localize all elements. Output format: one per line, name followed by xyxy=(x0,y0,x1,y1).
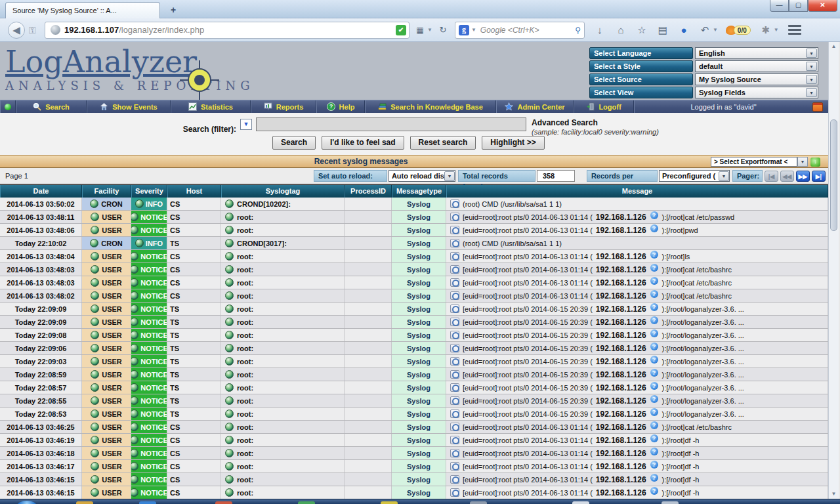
cell-message[interactable]: [euid=root]:root pts/0 2014-06-15 20:39 … xyxy=(446,316,828,328)
menu-help[interactable]: ? Help xyxy=(316,100,365,113)
magnifier-doc-icon[interactable] xyxy=(450,239,459,247)
magnifier-doc-icon[interactable] xyxy=(450,265,459,274)
magnifier-doc-icon[interactable] xyxy=(450,331,459,339)
filter-dropdown-button[interactable]: ▼ xyxy=(240,119,252,130)
feel-sad-button[interactable]: I'd like to feel sad xyxy=(322,136,404,150)
magnifier-doc-icon[interactable] xyxy=(450,449,459,457)
ip-info-icon[interactable]: ? xyxy=(650,303,658,311)
menu-statistics[interactable]: Statistics xyxy=(171,100,251,113)
menu-knowledge-base[interactable]: Search in Knowledge Base xyxy=(365,100,496,113)
pager-first-button[interactable]: |◀ xyxy=(765,171,778,182)
cell-message[interactable]: [euid=root]:root pts/0 2014-06-15 20:39 … xyxy=(446,303,828,315)
back-button[interactable]: ◀ xyxy=(8,22,25,39)
menu-hamburger-icon[interactable] xyxy=(788,23,801,37)
source-select[interactable]: My Syslog Source▼ xyxy=(695,74,818,85)
export-format-select[interactable]: > Select Exportformat < xyxy=(711,157,797,167)
table-row[interactable]: 2014-06-13 03:46:15 USER NOTICE CS root:… xyxy=(0,473,828,486)
orb-addon-icon[interactable]: ● xyxy=(678,24,690,35)
pager-last-button[interactable]: ▶| xyxy=(812,171,826,182)
cell-message[interactable]: [euid=root]:root pts/0 2014-06-13 01:14 … xyxy=(446,224,828,236)
security-shield-icon[interactable]: ✔ xyxy=(396,25,406,35)
table-row[interactable]: Today 22:08:53 USER NOTICE TS root: Sysl… xyxy=(0,408,828,421)
ip-info-icon[interactable]: ? xyxy=(650,251,658,259)
ip-info-icon[interactable]: ? xyxy=(650,395,658,403)
cell-message[interactable]: (root) CMD (/usr/lib/sa/sa1 1 1)? xyxy=(446,198,828,210)
magnifier-doc-icon[interactable] xyxy=(450,304,459,313)
scrollbar-thumb[interactable] xyxy=(830,119,837,231)
start-orb[interactable] xyxy=(17,501,37,504)
magnifier-doc-icon[interactable] xyxy=(450,357,459,366)
clipboard-icon[interactable]: ▤ xyxy=(657,24,669,36)
table-row[interactable]: 2014-06-13 03:46:19 USER NOTICE CS root:… xyxy=(0,434,828,447)
table-row[interactable]: 2014-06-13 03:46:25 USER NOTICE CS root:… xyxy=(0,421,828,434)
taskbar-icon[interactable] xyxy=(298,501,315,504)
cell-message[interactable]: [euid=root]:root pts/0 2014-06-15 20:39 … xyxy=(446,381,828,394)
browser-tab[interactable]: Source 'My Syslog Source' :: A... xyxy=(5,2,160,18)
ip-info-icon[interactable]: ? xyxy=(650,408,658,416)
search-filter-input[interactable] xyxy=(256,117,526,131)
table-row[interactable]: 2014-06-13 03:48:11 USER NOTICE CS root:… xyxy=(0,211,828,224)
magnifier-doc-icon[interactable] xyxy=(450,278,459,287)
records-per-page-select[interactable]: Preconfigured (▼ xyxy=(659,170,730,182)
ip-info-icon[interactable]: ? xyxy=(650,474,658,482)
ip-info-icon[interactable]: ? xyxy=(650,211,658,219)
magnifier-doc-icon[interactable] xyxy=(450,344,459,352)
browser-search-box[interactable]: g ▼ ⚲ xyxy=(455,22,585,39)
cell-message[interactable]: [euid=root]:root pts/0 2014-06-13 01:14 … xyxy=(446,421,828,433)
magnifier-doc-icon[interactable] xyxy=(450,200,459,208)
cell-message[interactable]: [euid=root]:root pts/0 2014-06-13 01:14 … xyxy=(446,434,828,446)
menu-show-events[interactable]: Show Events xyxy=(87,100,171,113)
magnifier-doc-icon[interactable] xyxy=(450,396,459,405)
reload-icon[interactable]: ↻ xyxy=(438,25,448,35)
chevron-down-icon[interactable]: ▼ xyxy=(806,49,817,58)
export-download-icon[interactable]: ↓ xyxy=(810,158,820,167)
scroll-down-icon[interactable]: ▼ xyxy=(829,490,839,499)
magnifier-doc-icon[interactable] xyxy=(450,291,459,300)
new-tab-button[interactable]: + xyxy=(165,5,181,16)
ip-info-icon[interactable]: ? xyxy=(650,434,658,442)
undo-icon[interactable]: ↶ xyxy=(699,24,711,36)
ip-info-icon[interactable]: ? xyxy=(650,356,658,364)
ip-info-icon[interactable]: ? xyxy=(650,369,658,377)
table-row[interactable]: 2014-06-13 03:48:03 USER NOTICE CS root:… xyxy=(0,276,828,289)
col-host[interactable]: Host xyxy=(167,185,221,198)
fox-addon[interactable]: 0/0 xyxy=(726,26,751,35)
cell-message[interactable]: [euid=root]:root pts/0 2014-06-15 20:39 … xyxy=(446,355,828,368)
minimize-button[interactable]: — xyxy=(770,0,789,12)
magnifier-doc-icon[interactable] xyxy=(450,252,459,261)
home-icon[interactable]: ⌂ xyxy=(615,24,627,35)
chevron-down-icon[interactable]: ▼ xyxy=(427,27,432,33)
col-syslogtag[interactable]: Syslogtag xyxy=(221,185,345,198)
menu-logoff[interactable]: Logoff xyxy=(574,100,634,113)
maximize-button[interactable]: ▢ xyxy=(789,0,808,12)
bookmark-star-icon[interactable]: ☆ xyxy=(636,24,648,36)
taskbar-icon[interactable] xyxy=(662,501,679,504)
scroll-up-icon[interactable]: ▲ xyxy=(829,42,839,51)
table-row[interactable]: Today 22:09:09 USER NOTICE TS root: Sysl… xyxy=(0,316,828,329)
magnifier-doc-icon[interactable] xyxy=(450,318,459,326)
magnifier-doc-icon[interactable] xyxy=(450,488,459,497)
table-row[interactable]: Today 22:09:09 USER NOTICE TS root: Sysl… xyxy=(0,303,828,316)
magnifier-doc-icon[interactable] xyxy=(450,383,459,392)
url-bar[interactable]: 192.168.1.107 /loganalyzer/index.php ✔ xyxy=(45,22,410,39)
cell-message[interactable]: [euid=root]:root pts/0 2014-06-13 01:14 … xyxy=(446,447,828,459)
cell-message[interactable]: [euid=root]:root pts/0 2014-06-13 01:14 … xyxy=(446,289,828,302)
close-button[interactable]: ✕ xyxy=(808,0,837,12)
cell-message[interactable]: [euid=root]:root pts/0 2014-06-15 20:39 … xyxy=(446,408,828,420)
taskbar-icon[interactable] xyxy=(215,501,232,504)
magnifier-doc-icon[interactable] xyxy=(450,423,459,431)
chevron-down-icon[interactable]: ▼ xyxy=(797,157,808,167)
ip-info-icon[interactable]: ? xyxy=(650,224,658,232)
col-date[interactable]: Date xyxy=(0,185,82,198)
cell-message[interactable]: [euid=root]:root pts/0 2014-06-13 01:14 … xyxy=(446,473,828,486)
table-row[interactable]: 2014-06-13 03:46:18 USER NOTICE CS root:… xyxy=(0,447,828,460)
taskbar-icon[interactable] xyxy=(572,501,589,504)
magnifier-doc-icon[interactable] xyxy=(450,436,459,444)
table-row[interactable]: Today 22:08:55 USER NOTICE TS root: Sysl… xyxy=(0,394,828,408)
style-select[interactable]: default▼ xyxy=(695,60,818,72)
download-icon[interactable]: ↓ xyxy=(594,24,606,35)
magnifier-doc-icon[interactable] xyxy=(450,213,459,221)
ip-info-icon[interactable]: ? xyxy=(650,448,658,455)
table-row[interactable]: 2014-06-13 03:50:02 CRON INFO CS CROND[1… xyxy=(0,198,828,211)
col-message[interactable]: Message xyxy=(446,185,828,198)
